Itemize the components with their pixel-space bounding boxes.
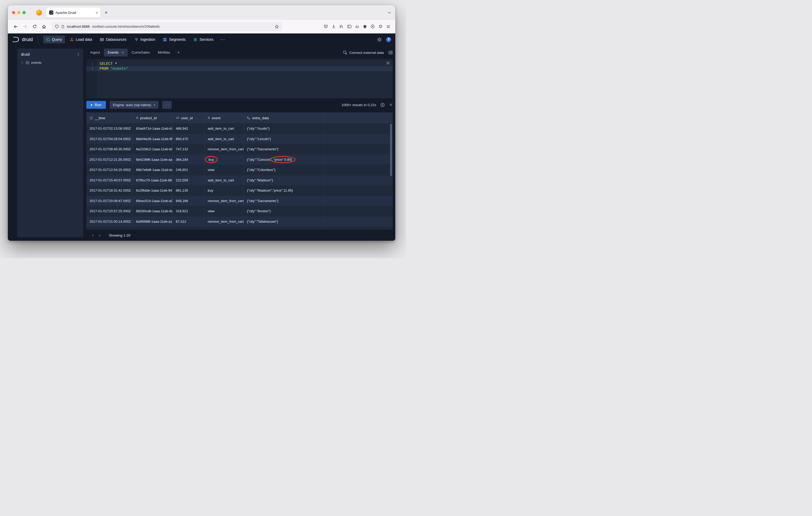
help-icon[interactable]: ? xyxy=(386,37,391,42)
table-cell[interactable]: {"city":"Austin"} xyxy=(244,123,324,134)
table-cell[interactable]: 68b7e6d8-1aaa-11eb-ba xyxy=(133,165,173,175)
fullscreen-window-button[interactable] xyxy=(23,11,26,14)
table-cell[interactable]: 246,801 xyxy=(173,165,205,175)
table-row[interactable]: 2017-01-01T15:40:57.000Z67f9cc70-1aaa-11… xyxy=(86,175,393,186)
reload-icon[interactable] xyxy=(30,23,39,31)
nav-services[interactable]: Services xyxy=(191,35,216,43)
table-row[interactable]: 2017-01-01T21:00:14.000Z6a9898f8-1aaa-11… xyxy=(86,216,393,227)
table-row[interactable]: 2017-01-01T12:21:35.000Z6b4236f6-1aaa-11… xyxy=(86,154,393,165)
new-tab-button[interactable]: + xyxy=(105,10,108,15)
table-cell[interactable]: 488,942 xyxy=(173,123,205,134)
column-header-product-id[interactable]: A product_id xyxy=(133,113,173,123)
table-cell[interactable]: {"city":"Madison"} xyxy=(244,175,324,186)
tab-cumesales[interactable]: CumeSales xyxy=(128,49,154,57)
sql-editor[interactable]: 1 SELECT * 2 FROM "events" xyxy=(86,59,393,98)
nav-load-data[interactable]: Load data xyxy=(67,35,95,43)
results-scrollbar[interactable] xyxy=(390,124,392,226)
table-cell[interactable]: 2017-01-01T18:31:42.000Z xyxy=(86,185,133,196)
sidebar-toggle-icon[interactable] xyxy=(347,24,352,29)
table-row[interactable]: 2017-01-01T20:57:25.000Z68330ca6-1aaa-11… xyxy=(86,206,393,216)
druid-logo-icon[interactable] xyxy=(12,36,19,42)
editor-menu-icon[interactable] xyxy=(386,61,390,65)
bookmark-star-icon[interactable] xyxy=(275,25,279,29)
table-cell[interactable]: 63ad4714-1aaa-11eb-b7 xyxy=(133,123,173,134)
table-cell[interactable]: 6b4236f6-1aaa-11eb-aa xyxy=(133,154,173,165)
sort-icon[interactable] xyxy=(77,53,80,56)
table-cell[interactable]: 68330ca6-1aaa-11eb-8e xyxy=(133,206,173,216)
table-cell[interactable]: remove_item_from_cart xyxy=(205,144,244,154)
shield-icon[interactable] xyxy=(55,25,59,29)
table-cell[interactable]: buy xyxy=(205,185,244,196)
next-page-icon[interactable]: › xyxy=(96,233,103,238)
equalizer-icon[interactable] xyxy=(355,24,359,29)
close-window-button[interactable] xyxy=(12,11,15,14)
sidebar-item-events[interactable]: events xyxy=(17,59,83,66)
table-cell[interactable]: 6a2326c2-1aaa-11eb-b0 xyxy=(133,144,173,154)
table-cell[interactable]: add_item_to_cart xyxy=(205,175,244,186)
table-cell[interactable]: 747,132 xyxy=(173,144,205,154)
close-tab-icon[interactable]: × xyxy=(122,49,124,57)
scrollbar-thumb[interactable] xyxy=(390,124,392,176)
table-cell[interactable]: 849,166 xyxy=(173,196,205,206)
table-cell[interactable]: 67,312 xyxy=(173,216,205,227)
nav-query[interactable]: Query xyxy=(43,35,65,43)
table-cell[interactable]: buy xyxy=(205,154,244,165)
download-results-icon[interactable] xyxy=(380,103,385,107)
table-cell[interactable]: 222,559 xyxy=(173,175,205,186)
menu-icon[interactable] xyxy=(386,24,390,29)
extensions-puzzle-icon[interactable] xyxy=(378,24,383,29)
table-cell[interactable]: {"city":"Lincoln"} xyxy=(244,134,324,144)
table-cell[interactable]: {"city":"Tallahassee"} xyxy=(244,216,324,227)
close-results-icon[interactable] xyxy=(389,103,393,107)
column-header-extra-data[interactable]: extra_data xyxy=(244,113,324,123)
table-cell[interactable]: add_item_to_cart xyxy=(205,123,244,134)
table-cell[interactable]: 2017-01-01T12:21:35.000Z xyxy=(86,154,133,165)
table-cell[interactable]: add_item_to_cart xyxy=(205,134,244,144)
table-cell[interactable]: 2017-01-01T20:09:47.000Z xyxy=(86,196,133,206)
chevron-right-icon[interactable] xyxy=(21,61,24,64)
table-cell[interactable]: 2017-01-01T15:40:57.000Z xyxy=(86,175,133,186)
table-cell[interactable]: 861,135 xyxy=(173,185,205,196)
nav-more-icon[interactable]: ··· xyxy=(219,37,227,42)
table-cell[interactable]: remove_item_from_cart xyxy=(205,196,244,206)
table-cell[interactable]: 2017-01-01T02:13:08.000Z xyxy=(86,123,133,134)
tab-ingest[interactable]: Ingest xyxy=(86,49,104,57)
table-row[interactable]: 2017-01-01T04:26:04.000Z6bb04e28-1aaa-11… xyxy=(86,134,393,144)
close-tab-icon[interactable]: × xyxy=(95,11,98,14)
column-header-time[interactable]: __time xyxy=(86,113,133,123)
column-header-user-id[interactable]: 123 user_id xyxy=(173,113,205,123)
nav-ingestion[interactable]: Ingestion xyxy=(132,35,158,43)
table-row[interactable]: 2017-01-01T02:13:08.000Z63ad4714-1aaa-11… xyxy=(86,123,393,134)
nav-segments[interactable]: Segments xyxy=(160,35,188,43)
table-cell[interactable]: 6bb04e28-1aaa-11eb-9f xyxy=(133,134,173,144)
run-button[interactable]: ▶ Run xyxy=(86,101,106,109)
nav-datasources[interactable]: Datasources xyxy=(97,35,129,43)
table-cell[interactable]: 2017-01-01T21:00:14.000Z xyxy=(86,216,133,227)
column-header-event[interactable]: A event xyxy=(205,113,244,123)
forward-icon[interactable] xyxy=(21,23,29,31)
tab-list-chevron-icon[interactable] xyxy=(387,11,391,14)
table-cell[interactable]: {"city":"Concord","price":0.85} xyxy=(244,154,324,165)
table-row[interactable]: 2017-01-01T08:45:35.000Z6a2326c2-1aaa-11… xyxy=(86,144,393,154)
table-cell[interactable]: 69cec514-1aaa-11eb-a0 xyxy=(133,196,173,206)
table-cell[interactable]: {"city":"Boston"} xyxy=(244,206,324,216)
table-cell[interactable]: 67f9cc70-1aaa-11eb-86 xyxy=(133,175,173,186)
home-icon[interactable] xyxy=(40,23,48,31)
table-cell[interactable]: 2017-01-01T08:45:35.000Z xyxy=(86,144,133,154)
table-cell[interactable]: {"city":"Madison","price":11.95} xyxy=(244,185,324,196)
table-cell[interactable]: {"city":"Sacramento"} xyxy=(244,144,324,154)
table-cell[interactable]: 893,470 xyxy=(173,134,205,144)
new-query-tab-button[interactable]: + xyxy=(174,50,183,55)
table-cell[interactable]: view xyxy=(205,206,244,216)
library-icon[interactable] xyxy=(339,24,344,29)
prev-page-icon[interactable]: ‹ xyxy=(89,233,96,238)
table-cell[interactable]: 6a9898f8-1aaa-11eb-a1 xyxy=(133,216,173,227)
table-cell[interactable]: 2017-01-01T04:26:04.000Z xyxy=(86,134,133,144)
table-cell[interactable]: 6c2f8dde-1aaa-11eb-94 xyxy=(133,185,173,196)
table-cell[interactable]: {"city":"Columbus"} xyxy=(244,165,324,175)
browser-tab[interactable]: Apache Druid × xyxy=(46,7,100,18)
settings-gear-icon[interactable] xyxy=(377,37,382,42)
table-cell[interactable]: view xyxy=(205,165,244,175)
firefox-icon[interactable] xyxy=(36,10,42,16)
table-cell[interactable]: 318,921 xyxy=(173,206,205,216)
